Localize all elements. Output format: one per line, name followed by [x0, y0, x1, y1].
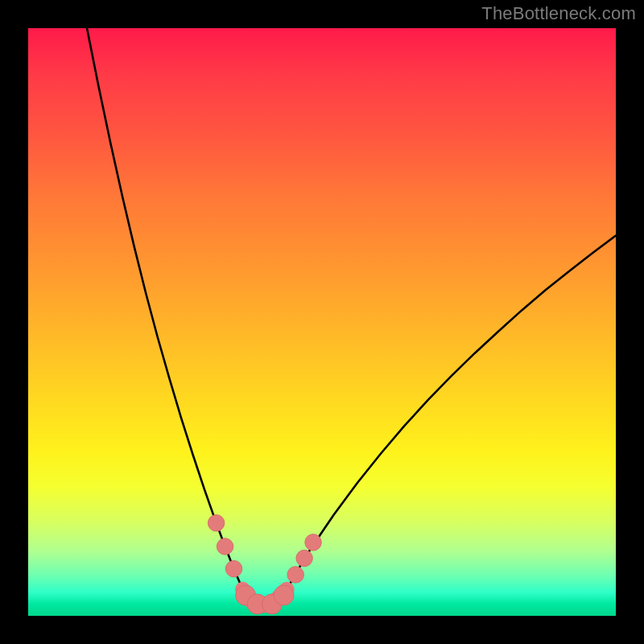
watermark-text: TheBottleneck.com [481, 3, 636, 24]
marker-dot [274, 585, 294, 605]
marker-dot [217, 539, 233, 555]
marker-dot [305, 535, 321, 551]
marker-dot [208, 514, 224, 530]
left-curve [87, 28, 242, 589]
plot-area [28, 28, 616, 616]
right-curve [287, 236, 616, 589]
outer-frame: TheBottleneck.com [0, 0, 644, 644]
curve-layer [87, 28, 616, 605]
marker-dot [296, 550, 312, 566]
marker-dot [225, 560, 242, 576]
marker-dot [287, 567, 303, 583]
marker-layer [208, 514, 321, 613]
chart-svg [28, 28, 616, 616]
